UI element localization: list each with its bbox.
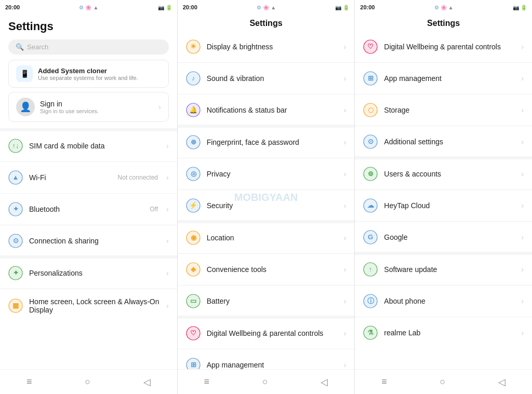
- menu-icon[interactable]: ≡: [26, 376, 32, 387]
- settings-item[interactable]: ⚡ Security›: [178, 192, 355, 219]
- settings-item[interactable]: ♡ Digital Wellbeing & parental controls›: [355, 33, 532, 60]
- chevron-icon: ›: [166, 237, 169, 245]
- settings-item[interactable]: ↑↓ SIM card & mobile data›: [0, 132, 177, 159]
- promo-title: Added System cloner: [38, 67, 138, 75]
- chevron-icon: ›: [521, 265, 524, 274]
- icon-display-icon: ☀: [186, 39, 201, 54]
- signin-text: Sign in Sign in to use services.: [40, 100, 153, 114]
- status-right-icons: 📷🔋: [158, 5, 172, 10]
- settings-item[interactable]: ▦ Home screen, Lock screen & Always-On D…: [0, 291, 177, 320]
- icon-cloud-icon: ☁: [363, 198, 378, 213]
- settings-item[interactable]: ⚗ realme Lab›: [355, 319, 532, 346]
- back-icon[interactable]: ◁: [143, 376, 151, 388]
- settings-item[interactable]: ☁ HeyTap Cloud›: [355, 192, 532, 219]
- icon-google-icon: G: [363, 230, 378, 244]
- icon-storage-icon: ◌: [363, 103, 378, 117]
- settings-value: Not connected: [118, 174, 158, 181]
- settings-item[interactable]: ⊞ App management›: [355, 65, 532, 92]
- settings-item[interactable]: ▭ Battery›: [178, 288, 355, 315]
- chevron-icon: ›: [521, 138, 524, 146]
- status-center-icons: ⚙🌸▲: [257, 5, 276, 10]
- screens-container: 20:00⚙🌸▲📷🔋Settings🔍Search 📱 Added System…: [0, 0, 532, 394]
- svg-text:♡: ♡: [367, 43, 374, 50]
- settings-label: Fingerprint, face & password: [207, 138, 338, 146]
- settings-item[interactable]: 🔔 Notifications & status bar›: [178, 97, 355, 124]
- status-bar: 20:00⚙🌸▲📷🔋: [0, 0, 177, 15]
- bottom-nav: ≡○◁: [0, 369, 177, 394]
- settings-item[interactable]: ◈ Convenience tools›: [178, 256, 355, 283]
- settings-label-wrap: Wi-Fi: [29, 173, 112, 182]
- settings-item[interactable]: ⊚ Users & accounts›: [355, 160, 532, 187]
- home-icon[interactable]: ○: [440, 376, 445, 387]
- svg-text:✦: ✦: [13, 205, 19, 213]
- search-bar[interactable]: 🔍Search: [8, 39, 169, 55]
- settings-item[interactable]: ⊙ Connection & sharing›: [0, 227, 177, 254]
- home-icon[interactable]: ○: [262, 376, 268, 387]
- section-divider: [355, 252, 532, 255]
- chevron-icon: ›: [521, 233, 524, 241]
- settings-item[interactable]: ⊙ Additional settings›: [355, 128, 532, 155]
- back-icon[interactable]: ◁: [321, 376, 328, 388]
- settings-item[interactable]: ♡ Digital Wellbeing & parental controls›: [178, 320, 355, 347]
- icon-lab-icon: ⚗: [363, 325, 378, 340]
- chevron-icon: ›: [344, 106, 347, 114]
- chevron-icon: ›: [521, 43, 524, 51]
- settings-label-wrap: Additional settings: [384, 138, 515, 146]
- settings-label: HeyTap Cloud: [384, 201, 515, 210]
- section-divider: [178, 220, 355, 223]
- status-right-icons: 📷🔋: [335, 5, 349, 10]
- svg-text:⚡: ⚡: [189, 201, 198, 210]
- settings-label: Security: [207, 201, 338, 210]
- item-divider: [355, 94, 532, 94]
- settings-item[interactable]: ✦ Personalizations›: [0, 260, 177, 287]
- chevron-icon: ›: [166, 173, 169, 182]
- chevron-icon: ›: [166, 269, 169, 277]
- settings-label-wrap: Sound & vibration: [207, 74, 338, 83]
- settings-label-wrap: Users & accounts: [384, 170, 515, 178]
- chevron-icon: ›: [521, 297, 524, 305]
- status-right-icons: 📷🔋: [513, 5, 527, 10]
- icon-bt-icon: ✦: [8, 202, 23, 216]
- chevron-icon: ›: [166, 142, 169, 150]
- menu-icon[interactable]: ≡: [381, 376, 387, 387]
- item-divider: [178, 94, 355, 94]
- back-icon[interactable]: ◁: [498, 376, 506, 388]
- settings-label-wrap: App management: [207, 361, 338, 369]
- settings-item[interactable]: ⊛ Fingerprint, face & password›: [178, 129, 355, 156]
- chevron-icon: ›: [521, 170, 524, 178]
- settings-label: Location: [207, 234, 338, 242]
- svg-text:⊛: ⊛: [190, 138, 196, 146]
- svg-text:G: G: [368, 233, 373, 241]
- item-divider: [178, 189, 355, 190]
- settings-item[interactable]: G Google›: [355, 224, 532, 251]
- section-divider: [0, 255, 177, 259]
- item-divider: [178, 62, 355, 63]
- settings-item[interactable]: ♪ Sound & vibration›: [178, 65, 355, 92]
- settings-label: App management: [384, 74, 515, 83]
- settings-item[interactable]: ▲ Wi-FiNot connected›: [0, 164, 177, 191]
- settings-item[interactable]: ◌ Storage›: [355, 97, 532, 124]
- svg-text:▲: ▲: [12, 173, 19, 181]
- page-title: Settings: [0, 15, 177, 37]
- home-icon[interactable]: ○: [85, 376, 90, 387]
- signin-card[interactable]: 👤 Sign in Sign in to use services. ›: [8, 92, 169, 122]
- settings-item[interactable]: ✦ BluetoothOff›: [0, 196, 177, 223]
- settings-label-wrap: Connection & sharing: [29, 237, 160, 245]
- menu-icon[interactable]: ≡: [204, 376, 210, 387]
- settings-label-wrap: Bluetooth: [29, 205, 143, 213]
- svg-text:☁: ☁: [367, 201, 374, 209]
- settings-label-wrap: App management: [384, 74, 515, 83]
- settings-item[interactable]: ☀ Display & brightness›: [178, 33, 355, 60]
- settings-item[interactable]: ◎ Privacy›: [178, 160, 355, 187]
- chevron-icon: ›: [344, 234, 347, 242]
- svg-text:⊙: ⊙: [368, 138, 374, 145]
- chevron-icon: ›: [344, 43, 347, 51]
- settings-label-wrap: Digital Wellbeing & parental controls: [384, 43, 515, 51]
- chevron-icon: ›: [344, 265, 347, 274]
- settings-item[interactable]: ◉ Location›: [178, 224, 355, 251]
- status-center-icons: ⚙🌸▲: [434, 5, 454, 10]
- settings-label: Wi-Fi: [29, 173, 112, 182]
- settings-item[interactable]: ⓘ About phone›: [355, 288, 532, 315]
- promo-card[interactable]: 📱 Added System cloner Use separate syste…: [8, 60, 169, 88]
- settings-item[interactable]: ↑ Software update›: [355, 256, 532, 283]
